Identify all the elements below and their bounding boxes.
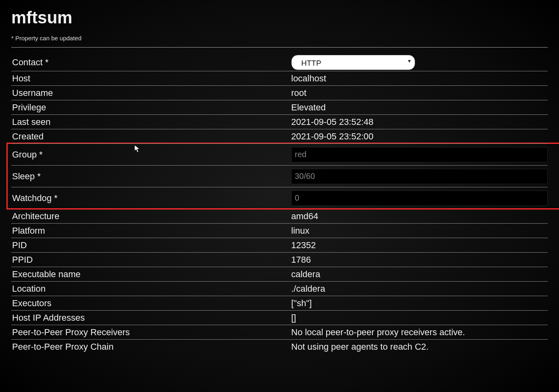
platform-label: Platform	[11, 226, 291, 236]
row-location: Location ./caldera	[11, 281, 548, 296]
contact-select-wrap: HTTP	[291, 55, 415, 70]
row-pid: PID 12352	[11, 238, 548, 252]
watchdog-input[interactable]	[291, 191, 548, 206]
sleep-input[interactable]	[291, 169, 548, 184]
row-sleep: Sleep *	[11, 165, 548, 187]
p2p-chain-value: Not using peer agents to reach C2.	[291, 342, 548, 352]
p2p-receivers-value: No local peer-to-peer proxy receivers ac…	[291, 327, 548, 338]
row-executors: Executors ["sh"]	[11, 296, 548, 310]
location-value: ./caldera	[291, 284, 548, 294]
last-seen-value: 2021-09-05 23:52:48	[291, 117, 548, 127]
row-host: Host localhost	[11, 71, 548, 85]
sleep-label: Sleep *	[11, 171, 291, 182]
highlighted-group: Group * Sleep * Watchdog *	[11, 143, 548, 209]
properties-table: Contact * HTTP Host localhost Username r…	[11, 47, 548, 354]
username-label: Username	[11, 88, 291, 98]
pid-value: 12352	[291, 240, 548, 251]
ppid-value: 1786	[291, 255, 548, 265]
executable-name-value: caldera	[291, 269, 548, 280]
p2p-chain-label: Peer-to-Peer Proxy Chain	[11, 342, 291, 352]
host-value: localhost	[291, 73, 548, 84]
page-title: mftsum	[11, 8, 548, 27]
row-ppid: PPID 1786	[11, 252, 548, 267]
created-label: Created	[11, 131, 291, 142]
row-group: Group *	[11, 143, 548, 165]
watchdog-label: Watchdog *	[11, 193, 291, 203]
row-last-seen: Last seen 2021-09-05 23:52:48	[11, 114, 548, 129]
row-username: Username root	[11, 85, 548, 100]
executors-value: ["sh"]	[291, 298, 548, 309]
architecture-label: Architecture	[11, 211, 291, 222]
location-label: Location	[11, 284, 291, 294]
group-label: Group *	[11, 149, 291, 160]
group-value-cell	[291, 147, 548, 162]
group-input[interactable]	[291, 147, 548, 162]
host-ips-value: []	[291, 313, 548, 323]
row-privilege: Privilege Elevated	[11, 100, 548, 114]
row-p2p-chain: Peer-to-Peer Proxy Chain Not using peer …	[11, 339, 548, 354]
watchdog-value-cell	[291, 191, 548, 206]
contact-select[interactable]: HTTP	[296, 55, 411, 71]
username-value: root	[291, 88, 548, 98]
privilege-value: Elevated	[291, 102, 548, 113]
architecture-value: amd64	[291, 211, 548, 222]
row-executable-name: Executable name caldera	[11, 267, 548, 281]
p2p-receivers-label: Peer-to-Peer Proxy Receivers	[11, 327, 291, 338]
contact-label: Contact *	[11, 57, 291, 68]
platform-value: linux	[291, 226, 548, 236]
row-contact: Contact * HTTP	[11, 47, 548, 71]
sleep-value-cell	[291, 169, 548, 184]
host-label: Host	[11, 73, 291, 84]
created-value: 2021-09-05 23:52:00	[291, 131, 548, 142]
executors-label: Executors	[11, 298, 291, 309]
host-ips-label: Host IP Addresses	[11, 313, 291, 323]
row-p2p-receivers: Peer-to-Peer Proxy Receivers No local pe…	[11, 325, 548, 339]
row-host-ip-addresses: Host IP Addresses []	[11, 310, 548, 325]
row-watchdog: Watchdog *	[11, 187, 548, 209]
executable-name-label: Executable name	[11, 269, 291, 280]
contact-value-cell: HTTP	[291, 55, 548, 70]
ppid-label: PPID	[11, 255, 291, 265]
row-platform: Platform linux	[11, 223, 548, 238]
row-architecture: Architecture amd64	[11, 209, 548, 223]
last-seen-label: Last seen	[11, 117, 291, 127]
pid-label: PID	[11, 240, 291, 251]
subtitle-note: * Property can be updated	[11, 35, 548, 41]
privilege-label: Privilege	[11, 102, 291, 113]
row-created: Created 2021-09-05 23:52:00	[11, 129, 548, 143]
